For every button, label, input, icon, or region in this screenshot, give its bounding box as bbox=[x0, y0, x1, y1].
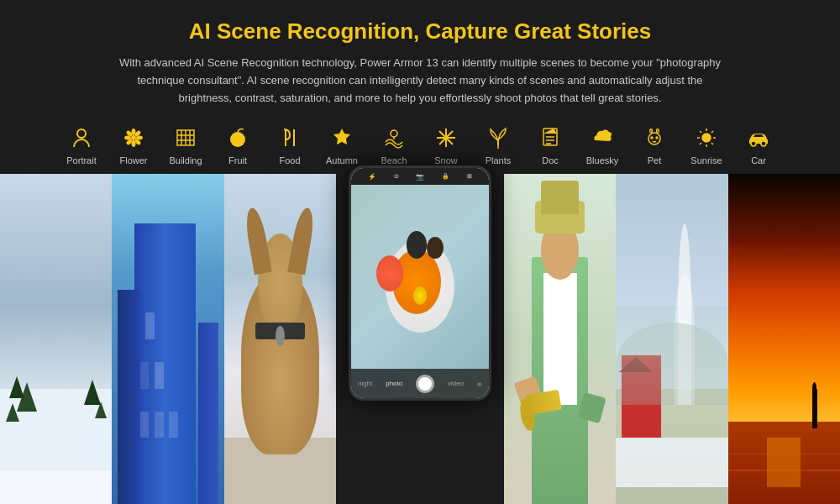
autumn-label: Autumn bbox=[326, 155, 358, 165]
scene-icons-row: Portrait Flower Building Fruit bbox=[43, 127, 797, 165]
pet-label: Pet bbox=[648, 155, 662, 165]
scene-icon-building: Building bbox=[164, 127, 207, 165]
svg-point-31 bbox=[648, 133, 660, 144]
scene-icon-portrait: Portrait bbox=[60, 127, 103, 165]
fruit-label: Fruit bbox=[228, 155, 247, 165]
phone-panel: ⚡ ⊙ 📷 🔒 ⊞ bbox=[336, 174, 504, 504]
bluesky-icon bbox=[591, 127, 613, 152]
photo-panel-buildings bbox=[112, 174, 223, 504]
photo-panel-snow-forest bbox=[0, 174, 112, 504]
photo-panel-sunset bbox=[728, 174, 840, 504]
svg-point-44 bbox=[761, 141, 766, 146]
phone-lock-icon: 🔒 bbox=[442, 173, 449, 180]
building-label: Building bbox=[169, 155, 202, 165]
car-label: Car bbox=[751, 155, 766, 165]
plants-icon bbox=[487, 127, 509, 152]
scene-icon-flower: Flower bbox=[112, 127, 155, 165]
bluesky-label: Bluesky bbox=[586, 155, 619, 165]
svg-point-16 bbox=[230, 132, 245, 147]
phone-mode-night: night bbox=[358, 380, 372, 387]
svg-point-34 bbox=[702, 134, 711, 142]
autumn-icon bbox=[331, 127, 353, 152]
snow-label: Snow bbox=[434, 155, 458, 165]
scene-icon-snow: Snow bbox=[424, 127, 468, 165]
page-wrapper: AI Scene Recognition, Capture Great Stor… bbox=[0, 0, 840, 504]
scene-icon-sunrise: Sunrise bbox=[685, 127, 728, 165]
page-description: With advanced AI Scene Recognition techn… bbox=[109, 55, 731, 107]
svg-line-42 bbox=[700, 143, 701, 144]
sunrise-label: Sunrise bbox=[690, 155, 722, 165]
phone-shutter-button[interactable] bbox=[416, 375, 434, 393]
scene-icon-food: Food bbox=[268, 127, 312, 165]
fruit-icon bbox=[227, 127, 249, 152]
scene-icon-car: Car bbox=[737, 127, 780, 165]
svg-point-25 bbox=[444, 136, 448, 139]
sunrise-icon bbox=[696, 127, 717, 152]
svg-point-43 bbox=[751, 141, 756, 146]
portrait-label: Portrait bbox=[66, 155, 96, 165]
photo-panel-person bbox=[504, 174, 616, 504]
beach-label: Beach bbox=[381, 155, 407, 165]
photos-section: ⚡ ⊙ 📷 🔒 ⊞ bbox=[0, 174, 840, 504]
scene-icon-bluesky: Bluesky bbox=[580, 127, 624, 165]
portrait-icon bbox=[71, 127, 92, 152]
svg-line-40 bbox=[711, 143, 713, 144]
svg-point-1 bbox=[131, 135, 136, 140]
scene-icon-fruit: Fruit bbox=[216, 127, 260, 165]
scene-icon-plants: Plants bbox=[476, 127, 520, 165]
svg-point-0 bbox=[77, 129, 86, 138]
doc-label: Doc bbox=[542, 155, 559, 165]
scene-icon-autumn: Autumn bbox=[320, 127, 364, 165]
phone-device: ⚡ ⊙ 📷 🔒 ⊞ bbox=[349, 165, 491, 401]
pet-icon bbox=[643, 127, 665, 152]
scene-icon-beach: Beach bbox=[372, 127, 416, 165]
snow-icon bbox=[435, 127, 457, 152]
phone-flash-icon: ⚡ bbox=[368, 173, 376, 181]
page-title: AI Scene Recognition, Capture Great Stor… bbox=[109, 18, 731, 45]
plants-label: Plants bbox=[486, 155, 512, 165]
building-icon bbox=[175, 127, 197, 152]
scene-icon-pet: Pet bbox=[633, 127, 676, 165]
food-label: Food bbox=[279, 155, 300, 165]
phone-camera-icon: 📷 bbox=[416, 173, 424, 181]
phone-grid-icon: ⊞ bbox=[467, 173, 472, 180]
phone-mode-video: video bbox=[448, 380, 464, 387]
phone-settings-icon: ⊙ bbox=[394, 173, 399, 180]
svg-line-39 bbox=[700, 131, 701, 133]
photo-panel-dog bbox=[224, 174, 336, 504]
flower-label: Flower bbox=[119, 155, 147, 165]
beach-icon bbox=[383, 127, 405, 152]
scene-icon-doc: Doc bbox=[528, 127, 572, 165]
car-icon bbox=[748, 127, 769, 152]
flower-icon bbox=[123, 127, 144, 152]
phone-mode-photo: photo bbox=[386, 380, 402, 387]
header-section: AI Scene Recognition, Capture Great Stor… bbox=[92, 0, 748, 115]
phone-thumbnail: ▣ bbox=[477, 381, 482, 386]
photo-panel-geyser bbox=[616, 174, 727, 504]
svg-line-41 bbox=[711, 131, 713, 133]
svg-point-33 bbox=[656, 137, 658, 139]
doc-icon bbox=[539, 127, 561, 152]
food-icon bbox=[279, 127, 301, 152]
svg-point-19 bbox=[391, 130, 397, 137]
svg-point-32 bbox=[651, 137, 653, 139]
